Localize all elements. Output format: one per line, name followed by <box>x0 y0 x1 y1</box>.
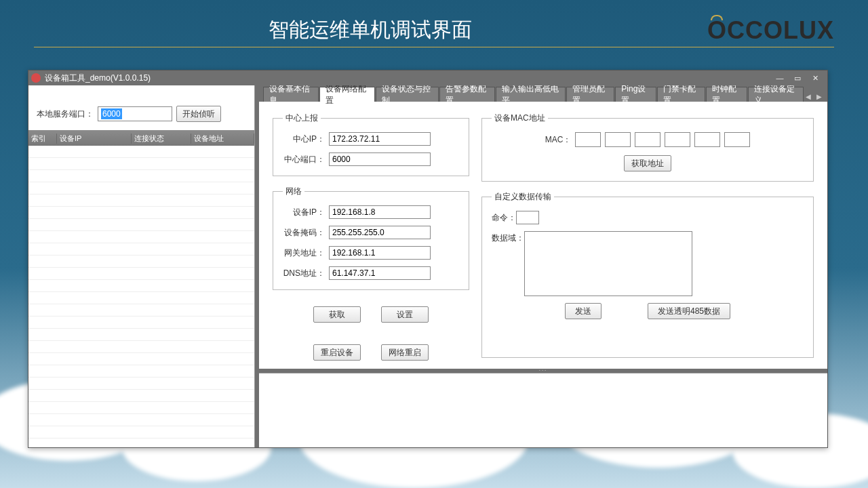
titlebar[interactable]: 设备箱工具_demo(V1.0.0.15) — ▭ ✕ <box>28 70 827 85</box>
mac-input-4[interactable] <box>665 132 690 147</box>
col-status[interactable]: 连接状态 <box>132 134 191 144</box>
send-485-button[interactable]: 发送透明485数据 <box>648 303 730 319</box>
cmd-label: 命令： <box>492 212 516 224</box>
tab-strip: 设备基本信息 设备网络配置 设备状态与控制 告警参数配置 输入输出高低电平 管理… <box>259 85 827 102</box>
mac-legend: 设备MAC地址 <box>492 113 548 124</box>
bottom-pane[interactable] <box>259 373 827 447</box>
app-icon <box>31 73 41 83</box>
brand-logo: OCCOLUX <box>707 16 834 45</box>
col-ip[interactable]: 设备IP <box>57 134 132 144</box>
data-field-label: 数据域： <box>492 231 524 244</box>
mac-group: 设备MAC地址 MAC： 获取地址 <box>481 113 814 182</box>
tab-door-card[interactable]: 门禁卡配置 <box>657 87 705 102</box>
custom-data-group: 自定义数据传输 命令： 数据域： 发送 发送透明485数据 <box>481 191 814 358</box>
port-label: 本地服务端口： <box>37 108 94 120</box>
device-ip-label: 设备IP： <box>283 207 329 218</box>
tab-status-control[interactable]: 设备状态与控制 <box>376 87 439 102</box>
listen-button[interactable]: 开始侦听 <box>176 106 221 122</box>
maximize-button[interactable]: ▭ <box>792 73 803 83</box>
mac-input-2[interactable] <box>605 132 631 147</box>
custom-data-legend: 自定义数据传输 <box>492 191 554 203</box>
device-mask-input[interactable] <box>329 226 431 239</box>
get-mac-button[interactable]: 获取地址 <box>624 155 671 171</box>
cmd-input[interactable] <box>516 211 539 224</box>
tab-io-level[interactable]: 输入输出高低电平 <box>496 87 566 102</box>
tab-basic-info[interactable]: 设备基本信息 <box>263 87 319 102</box>
tab-ping-config[interactable]: Ping设置 <box>615 87 656 102</box>
center-ip-input[interactable] <box>329 132 431 146</box>
data-field-textarea[interactable] <box>524 231 692 296</box>
network-legend: 网络 <box>283 186 304 197</box>
col-addr[interactable]: 设备地址 <box>191 134 254 144</box>
mac-label: MAC： <box>545 134 572 146</box>
mac-input-5[interactable] <box>694 132 720 147</box>
minimize-button[interactable]: — <box>774 73 785 83</box>
center-ip-label: 中心IP： <box>283 134 329 145</box>
dns-input[interactable] <box>329 266 431 280</box>
center-report-legend: 中心上报 <box>283 113 321 124</box>
port-input[interactable]: 6000 <box>98 106 172 121</box>
gateway-input[interactable] <box>329 246 431 260</box>
reboot-network-button[interactable]: 网络重启 <box>381 344 429 361</box>
tab-content: 中心上报 中心IP： 中心端口： 网络 设备IP： <box>259 102 827 369</box>
close-button[interactable]: ✕ <box>810 73 821 83</box>
left-panel: 本地服务端口： 6000 开始侦听 索引 设备IP 连接状态 设备地址 <box>28 85 255 447</box>
tab-admin-config[interactable]: 管理员配置 <box>566 87 614 102</box>
device-ip-input[interactable] <box>329 205 431 219</box>
dns-label: DNS地址： <box>283 268 329 279</box>
app-window: 设备箱工具_demo(V1.0.0.15) — ▭ ✕ 本地服务端口： 6000… <box>28 70 828 448</box>
horizontal-splitter[interactable] <box>259 369 827 373</box>
network-group: 网络 设备IP： 设备掩码： 网关地址： <box>273 186 469 290</box>
tab-network-config[interactable]: 设备网络配置 <box>319 87 375 102</box>
col-index[interactable]: 索引 <box>28 134 57 144</box>
device-mask-label: 设备掩码： <box>283 227 329 239</box>
center-port-label: 中心端口： <box>283 154 329 165</box>
get-button[interactable]: 获取 <box>313 306 361 323</box>
tab-scroll-right-icon[interactable]: ▶ <box>815 92 823 102</box>
center-report-group: 中心上报 中心IP： 中心端口： <box>273 113 469 176</box>
tab-clock-config[interactable]: 时钟配置 <box>706 87 747 102</box>
tab-connect-def[interactable]: 连接设备定义 <box>748 87 804 102</box>
gateway-label: 网关地址： <box>283 247 329 259</box>
mac-input-6[interactable] <box>724 132 750 147</box>
tab-alarm-config[interactable]: 告警参数配置 <box>439 87 495 102</box>
device-grid[interactable]: 索引 设备IP 连接状态 设备地址 <box>28 130 254 444</box>
mac-input-3[interactable] <box>635 132 660 147</box>
grid-body[interactable] <box>28 146 254 444</box>
tab-scroll-left-icon[interactable]: ◀ <box>804 92 812 102</box>
set-button[interactable]: 设置 <box>381 306 429 323</box>
mac-input-1[interactable] <box>575 132 601 147</box>
reboot-device-button[interactable]: 重启设备 <box>313 344 361 361</box>
center-port-input[interactable] <box>329 152 431 166</box>
window-title: 设备箱工具_demo(V1.0.0.15) <box>45 73 774 84</box>
page-title: 智能运维单机调试界面 <box>34 16 707 44</box>
send-button[interactable]: 发送 <box>565 303 601 319</box>
